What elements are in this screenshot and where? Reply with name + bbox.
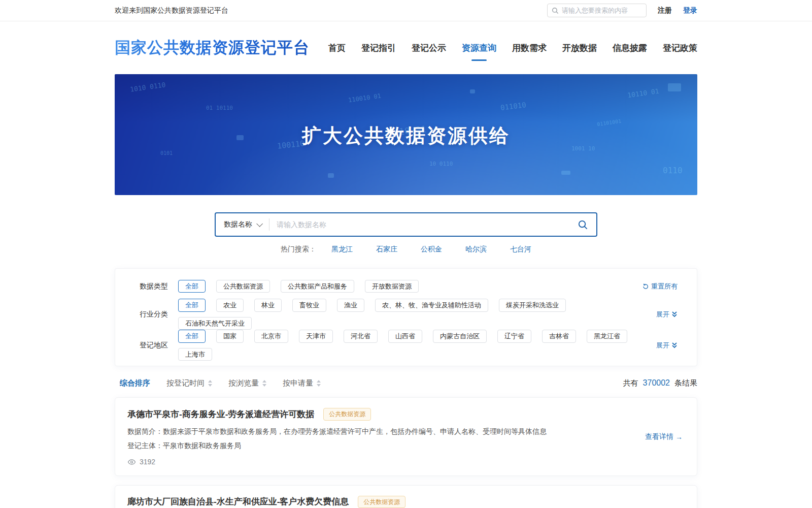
filter-chip[interactable]: 煤炭开采和洗选业 — [499, 299, 566, 312]
result-subject: 登记主体：平泉市数据和政务服务局 — [127, 440, 584, 451]
nav-item-登记公示[interactable]: 登记公示 — [412, 39, 446, 57]
login-link[interactable]: 登录 — [683, 6, 697, 15]
filter-chip[interactable]: 河北省 — [344, 330, 378, 343]
search-button[interactable] — [569, 219, 596, 230]
hero-banner: 10 0101101001011010110 011001 1001101010… — [115, 74, 697, 195]
nav-item-用数需求[interactable]: 用数需求 — [512, 39, 547, 57]
arrow-right-icon: → — [675, 433, 683, 441]
resource-type-badge: 公共数据资源 — [358, 496, 405, 508]
sort-option-label: 按登记时间 — [166, 378, 205, 388]
filter-options: 全部国家北京市天津市河北省山西省内蒙古自治区辽宁省吉林省黑龙江省上海市 — [178, 330, 634, 361]
result-total: 共有 370002 条结果 — [623, 378, 697, 388]
sort-option-label: 综合排序 — [120, 378, 150, 388]
sort-bar: 综合排序按登记时间按浏览量按申请量 共有 370002 条结果 — [115, 378, 697, 388]
filter-options: 全部公共数据资源公共数据产品和服务开放数据资源 — [178, 280, 419, 293]
expand-button[interactable]: 展开 — [656, 310, 678, 319]
result-card: 承德市平泉市-商务服务业-劳务派遣经营许可数据公共数据资源数据简介：数据来源于平… — [115, 397, 697, 475]
filter-label: 数据类型 — [140, 282, 169, 291]
sort-option-按申请量[interactable]: 按申请量 — [283, 378, 321, 388]
filter-chip[interactable]: 全部 — [178, 299, 206, 312]
result-title[interactable]: 廊坊市大厂回族自治县-水生产和供应业-客户水费欠费信息 — [127, 496, 349, 507]
banner-pixel-block — [328, 173, 334, 178]
hot-search-link[interactable]: 黑龙江 — [331, 245, 353, 254]
filter-chip[interactable]: 开放数据资源 — [365, 280, 419, 293]
sort-carets-icon — [208, 380, 212, 387]
resource-search-bar: 数据名称 — [215, 212, 597, 237]
search-icon — [552, 7, 559, 14]
filter-chip[interactable]: 石油和天然气开采业 — [178, 317, 252, 330]
hot-search-link[interactable]: 公积金 — [421, 245, 442, 254]
filter-row-行业分类: 行业分类全部农业林业畜牧业渔业农、林、牧、渔专业及辅助性活动煤炭开采和洗选业石油… — [127, 299, 685, 330]
filter-chip[interactable]: 畜牧业 — [292, 299, 326, 312]
main-nav: 首页登记指引登记公示资源查询用数需求开放数据信息披露登记政策 — [328, 39, 697, 57]
chevron-down-icon — [256, 220, 263, 227]
result-card: 廊坊市大厂回族自治县-水生产和供应业-客户水费欠费信息公共数据资源数据简介：数据… — [115, 485, 697, 508]
nav-item-首页[interactable]: 首页 — [328, 39, 346, 57]
caret-up-icon — [262, 380, 266, 383]
filter-panel: 数据类型全部公共数据资源公共数据产品和服务开放数据资源重置所有行业分类全部农业林… — [115, 268, 697, 366]
filter-chip[interactable]: 公共数据资源 — [216, 280, 270, 293]
result-description: 数据简介：数据来源于平泉市数据和政务服务局，在办理劳务派遣经营许可中产生，包括办… — [127, 426, 584, 437]
filter-chip[interactable]: 天津市 — [299, 330, 333, 343]
banner-pixel-block — [561, 171, 570, 175]
filter-chip[interactable]: 辽宁省 — [497, 330, 531, 343]
filter-chip[interactable]: 吉林省 — [542, 330, 576, 343]
double-chevron-down-icon — [671, 342, 678, 348]
nav-item-登记政策[interactable]: 登记政策 — [663, 39, 697, 57]
filter-chip[interactable]: 山西省 — [388, 330, 422, 343]
site-logo[interactable]: 国家公共数据资源登记平台 — [115, 37, 310, 58]
topbar-search-box[interactable] — [547, 4, 647, 17]
hot-search-label: 热门搜索： — [281, 245, 316, 254]
sort-carets-icon — [317, 380, 321, 387]
filter-chip[interactable]: 上海市 — [178, 348, 212, 361]
filter-chip[interactable]: 黑龙江省 — [587, 330, 627, 343]
filter-chip[interactable]: 农、林、牧、渔专业及辅助性活动 — [375, 299, 488, 312]
filter-chip[interactable]: 农业 — [216, 299, 244, 312]
filter-chip[interactable]: 全部 — [178, 330, 206, 343]
filter-row-登记地区: 登记地区全部国家北京市天津市河北省山西省内蒙古自治区辽宁省吉林省黑龙江省上海市展… — [127, 330, 685, 361]
eye-icon — [127, 458, 136, 466]
refresh-icon — [642, 283, 649, 290]
search-category-select[interactable]: 数据名称 — [216, 220, 269, 229]
nav-item-开放数据[interactable]: 开放数据 — [562, 39, 597, 57]
filter-row-数据类型: 数据类型全部公共数据资源公共数据产品和服务开放数据资源重置所有 — [127, 274, 685, 299]
sort-option-按浏览量[interactable]: 按浏览量 — [228, 378, 266, 388]
filter-chip[interactable]: 林业 — [254, 299, 282, 312]
hot-search-link[interactable]: 七台河 — [510, 245, 531, 254]
sort-option-按登记时间[interactable]: 按登记时间 — [166, 378, 212, 388]
hero-title: 扩大公共数据资源供给 — [115, 74, 697, 149]
filter-chip[interactable]: 国家 — [216, 330, 244, 343]
filter-chip[interactable]: 内蒙古自治区 — [433, 330, 487, 343]
filter-chip[interactable]: 公共数据产品和服务 — [281, 280, 354, 293]
search-icon — [578, 219, 588, 230]
view-detail-link[interactable]: 查看详情→ — [645, 432, 683, 441]
caret-up-icon — [208, 380, 212, 383]
card-title-row: 廊坊市大厂回族自治县-水生产和供应业-客户水费欠费信息公共数据资源 — [127, 496, 685, 508]
banner-binary-texture: 0101 — [160, 150, 173, 156]
nav-item-信息披露[interactable]: 信息披露 — [613, 39, 647, 57]
total-count: 370002 — [643, 378, 670, 388]
topbar-search-input[interactable] — [562, 7, 642, 14]
nav-item-登记指引[interactable]: 登记指引 — [361, 39, 396, 57]
reset-all-button[interactable]: 重置所有 — [642, 282, 678, 291]
sort-option-综合排序[interactable]: 综合排序 — [120, 378, 150, 388]
filter-chip[interactable]: 渔业 — [337, 299, 364, 312]
filter-options: 全部农业林业畜牧业渔业农、林、牧、渔专业及辅助性活动煤炭开采和洗选业石油和天然气… — [178, 299, 634, 330]
nav-item-资源查询[interactable]: 资源查询 — [462, 39, 496, 57]
expand-button[interactable]: 展开 — [656, 341, 678, 350]
resource-type-badge: 公共数据资源 — [323, 408, 371, 420]
filter-label: 登记地区 — [140, 341, 169, 350]
resource-search-input[interactable] — [269, 220, 569, 229]
header: 国家公共数据资源登记平台 首页登记指引登记公示资源查询用数需求开放数据信息披露登… — [0, 21, 812, 74]
card-title-row: 承德市平泉市-商务服务业-劳务派遣经营许可数据公共数据资源 — [127, 408, 685, 420]
banner-binary-texture: 10 0110 — [429, 161, 453, 167]
hot-search-link[interactable]: 石家庄 — [376, 245, 397, 254]
filter-chip[interactable]: 全部 — [178, 280, 206, 293]
filter-chip[interactable]: 北京市 — [254, 330, 288, 343]
register-link[interactable]: 注册 — [658, 6, 672, 15]
result-title[interactable]: 承德市平泉市-商务服务业-劳务派遣经营许可数据 — [127, 408, 314, 420]
caret-down-icon — [208, 384, 212, 387]
hot-search-link[interactable]: 哈尔滨 — [465, 245, 487, 254]
search-category-label: 数据名称 — [224, 220, 252, 229]
welcome-text: 欢迎来到国家公共数据资源登记平台 — [115, 6, 228, 15]
